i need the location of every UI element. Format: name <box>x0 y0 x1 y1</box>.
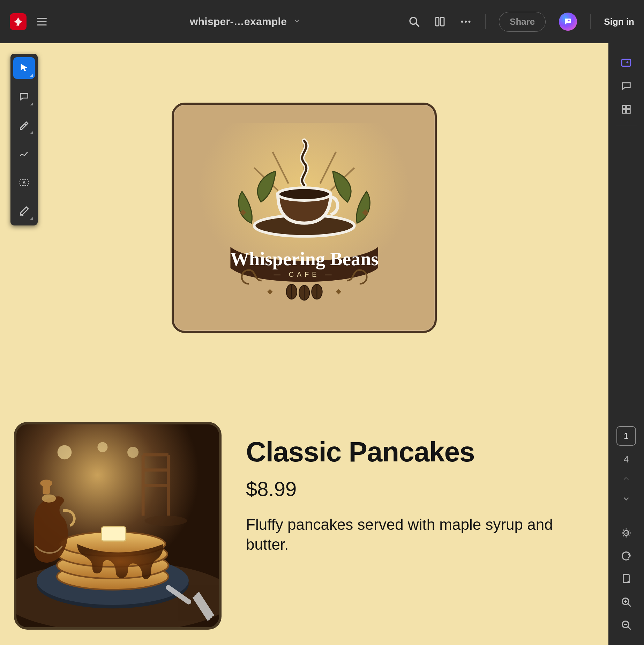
svg-point-27 <box>127 447 138 458</box>
svg-point-6 <box>469 21 471 23</box>
select-tool[interactable] <box>13 57 35 79</box>
chevron-down-icon[interactable] <box>293 17 301 26</box>
svg-rect-43 <box>627 110 630 113</box>
divider <box>485 14 486 29</box>
logo-text-line1: Whispering Beans <box>230 248 379 269</box>
zoom-out-icon[interactable] <box>616 615 636 635</box>
total-pages: 4 <box>624 454 629 465</box>
menu-item-name: Classic Pancakes <box>246 436 594 468</box>
comments-panel-icon[interactable] <box>616 76 636 96</box>
svg-point-36 <box>42 494 56 502</box>
svg-rect-40 <box>622 105 626 109</box>
logo-text-line2: — CAFE — <box>274 270 335 278</box>
svg-line-51 <box>628 627 631 630</box>
prev-page-icon <box>618 470 634 488</box>
svg-text:A: A <box>22 180 26 185</box>
svg-line-1 <box>416 23 419 26</box>
zoom-in-icon[interactable] <box>616 592 636 612</box>
fit-page-icon[interactable] <box>616 569 636 589</box>
svg-rect-2 <box>436 17 439 26</box>
svg-line-47 <box>628 604 631 607</box>
cafe-logo: Whispering Beans — CAFE — <box>172 103 437 333</box>
textbox-tool[interactable]: A <box>13 172 35 193</box>
sign-tool[interactable] <box>13 200 35 222</box>
acrobat-logo[interactable] <box>10 13 27 30</box>
ai-assistant-icon[interactable] <box>559 13 577 31</box>
divider <box>590 14 591 29</box>
svg-point-4 <box>461 21 463 23</box>
menu-icon[interactable] <box>36 16 47 27</box>
ai-panel-icon[interactable] <box>616 53 636 73</box>
svg-rect-39 <box>622 59 631 66</box>
menu-item-price: $8.99 <box>246 477 594 501</box>
highlight-tool[interactable] <box>13 114 35 136</box>
appearance-icon[interactable] <box>616 523 636 543</box>
search-icon[interactable] <box>408 15 420 28</box>
svg-point-26 <box>97 442 107 452</box>
menu-item-desc: Fluffy pancakes served with maple syrup … <box>246 514 594 554</box>
svg-rect-42 <box>622 110 626 113</box>
document-title: whisper-…example <box>190 16 287 28</box>
svg-point-16 <box>278 188 330 200</box>
rotate-icon[interactable] <box>616 546 636 566</box>
svg-rect-35 <box>102 527 126 541</box>
share-button[interactable]: Share <box>499 12 546 32</box>
svg-point-24 <box>144 516 187 526</box>
document-viewport[interactable]: Whispering Beans — CAFE — <box>0 43 608 645</box>
more-icon[interactable] <box>459 15 472 28</box>
svg-rect-41 <box>627 105 630 109</box>
current-page-value: 1 <box>624 431 629 442</box>
pdf-page: Whispering Beans — CAFE — <box>0 43 608 645</box>
svg-point-38 <box>40 480 52 487</box>
next-page-icon[interactable] <box>618 491 634 508</box>
signin-link[interactable]: Sign in <box>604 16 634 27</box>
tool-palette: A <box>10 54 38 225</box>
right-rail: 1 4 <box>608 43 644 645</box>
svg-rect-3 <box>441 17 444 26</box>
comment-tool[interactable] <box>13 86 35 108</box>
current-page-input[interactable]: 1 <box>616 426 636 446</box>
thumbnails-icon[interactable] <box>616 99 636 119</box>
panels-icon[interactable] <box>434 15 446 28</box>
svg-point-5 <box>465 21 467 23</box>
menu-item-photo <box>14 422 222 630</box>
draw-tool[interactable] <box>13 143 35 165</box>
svg-point-25 <box>58 445 72 460</box>
divider <box>616 126 637 126</box>
